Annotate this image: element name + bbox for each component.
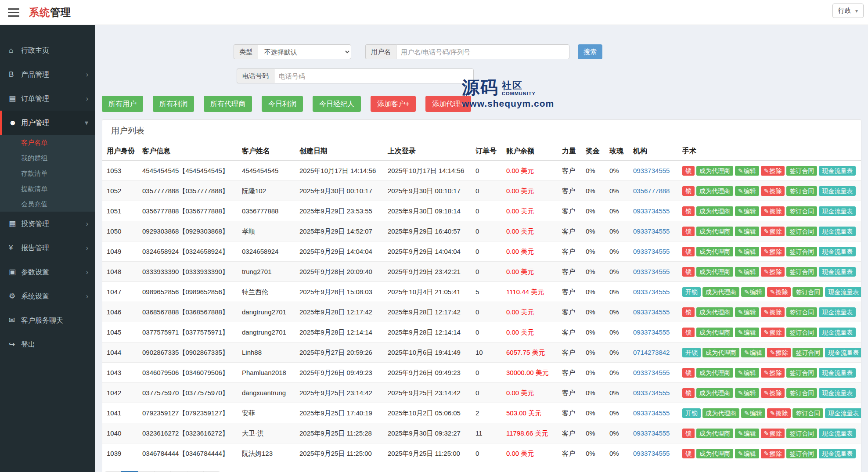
lock-button[interactable]: 锁 — [682, 267, 695, 277]
edit-button[interactable]: ✎编辑 — [735, 166, 759, 176]
phone-input[interactable] — [274, 68, 474, 83]
sidebar-item-system-settings[interactable]: ⚙系统设置› — [0, 284, 95, 308]
cash-flow-button[interactable]: 现金流量表 — [819, 449, 856, 458]
become-agent-button[interactable]: 成为代理商 — [696, 388, 733, 398]
cell-org-link[interactable]: 0933734555 — [629, 201, 678, 221]
all-profit-button[interactable]: 所有利润 — [153, 96, 194, 112]
cash-flow-button[interactable]: 现金流量表 — [819, 247, 856, 256]
become-agent-button[interactable]: 成为代理商 — [702, 348, 739, 357]
become-agent-button[interactable]: 成为代理商 — [702, 408, 739, 418]
sign-contract-button[interactable]: 签订合同 — [786, 429, 817, 438]
add-customer-button[interactable]: 添加客户+ — [371, 96, 416, 112]
erase-button[interactable]: ✎擦除 — [761, 267, 785, 277]
lock-button[interactable]: 锁 — [682, 388, 695, 398]
erase-button[interactable]: ✎擦除 — [761, 247, 785, 256]
sidebar-item-my-groups[interactable]: 我的群组 — [0, 150, 95, 166]
cash-flow-button[interactable]: 现金流量表 — [825, 408, 861, 418]
become-agent-button[interactable]: 成为代理商 — [696, 227, 733, 236]
sidebar-item-withdrawal-list[interactable]: 提款清单 — [0, 181, 95, 196]
edit-button[interactable]: ✎编辑 — [735, 368, 759, 378]
erase-button[interactable]: ✎擦除 — [761, 388, 785, 398]
sign-contract-button[interactable]: 签订合同 — [786, 328, 817, 337]
cell-org-link[interactable]: 0356777888 — [629, 181, 678, 201]
edit-button[interactable]: ✎编辑 — [735, 247, 759, 256]
cash-flow-button[interactable]: 现金流量表 — [825, 287, 861, 297]
cell-org-link[interactable]: 0933734555 — [629, 282, 678, 302]
lock-button[interactable]: 锁 — [682, 166, 695, 176]
sign-contract-button[interactable]: 签订合同 — [792, 348, 823, 357]
edit-button[interactable]: ✎编辑 — [735, 429, 759, 438]
sign-contract-button[interactable]: 签订合同 — [792, 408, 823, 418]
cell-org-link[interactable]: 0933734555 — [629, 423, 678, 443]
sign-contract-button[interactable]: 签订合同 — [786, 267, 817, 277]
become-agent-button[interactable]: 成为代理商 — [696, 166, 733, 176]
cell-org-link[interactable]: 0933734555 — [629, 383, 678, 403]
sidebar-item-order-management[interactable]: ▤订单管理› — [0, 86, 95, 111]
sidebar-item-product-management[interactable]: B产品管理› — [0, 62, 95, 86]
edit-button[interactable]: ✎编辑 — [741, 348, 765, 357]
all-users-button[interactable]: 所有用户 — [102, 96, 143, 112]
erase-button[interactable]: ✎擦除 — [761, 166, 785, 176]
hamburger-menu-icon[interactable] — [8, 8, 19, 17]
cash-flow-button[interactable]: 现金流量表 — [819, 429, 856, 438]
sidebar-item-report-management[interactable]: ¥报告管理› — [0, 236, 95, 260]
cash-flow-button[interactable]: 现金流量表 — [819, 186, 856, 196]
lock-button[interactable]: 锁 — [682, 449, 695, 458]
erase-button[interactable]: ✎擦除 — [761, 186, 785, 196]
edit-button[interactable]: ✎编辑 — [735, 388, 759, 398]
erase-button[interactable]: ✎擦除 — [761, 307, 785, 317]
sidebar-item-customer-service-chat[interactable]: ✉客户服务聊天 — [0, 308, 95, 332]
become-agent-button[interactable]: 成为代理商 — [696, 328, 733, 337]
sign-contract-button[interactable]: 签订合同 — [786, 247, 817, 256]
cell-org-link[interactable]: 0933734555 — [629, 403, 678, 423]
become-agent-button[interactable]: 成为代理商 — [696, 247, 733, 256]
sign-contract-button[interactable]: 签订合同 — [786, 166, 817, 176]
become-agent-button[interactable]: 成为代理商 — [702, 287, 739, 297]
lock-button[interactable]: 锁 — [682, 206, 695, 216]
lock-button[interactable]: 锁 — [682, 186, 695, 196]
cash-flow-button[interactable]: 现金流量表 — [819, 307, 856, 317]
lock-button[interactable]: 锁 — [682, 227, 695, 236]
edit-button[interactable]: ✎编辑 — [735, 307, 759, 317]
erase-button[interactable]: ✎擦除 — [767, 408, 791, 418]
cell-org-link[interactable]: 0933734555 — [629, 302, 678, 322]
edit-button[interactable]: ✎编辑 — [735, 267, 759, 277]
become-agent-button[interactable]: 成为代理商 — [696, 307, 733, 317]
become-agent-button[interactable]: 成为代理商 — [696, 267, 733, 277]
cell-org-link[interactable]: 0933734555 — [629, 262, 678, 282]
cash-flow-button[interactable]: 现金流量表 — [819, 267, 856, 277]
become-agent-button[interactable]: 成为代理商 — [696, 429, 733, 438]
all-agents-button[interactable]: 所有代理商 — [204, 96, 252, 112]
cell-org-link[interactable]: 0714273842 — [629, 342, 678, 363]
user-menu-dropdown[interactable]: 行政 ▾ — [832, 4, 864, 18]
search-button[interactable]: 搜索 — [578, 44, 602, 59]
sign-contract-button[interactable]: 签订合同 — [786, 449, 817, 458]
sign-contract-button[interactable]: 签订合同 — [786, 307, 817, 317]
cash-flow-button[interactable]: 现金流量表 — [819, 368, 856, 378]
sidebar-item-customer-list[interactable]: 客户名单 — [0, 135, 95, 150]
erase-button[interactable]: ✎擦除 — [761, 449, 785, 458]
cash-flow-button[interactable]: 现金流量表 — [819, 388, 856, 398]
type-select[interactable]: 不选择默认 — [258, 44, 351, 59]
sign-contract-button[interactable]: 签订合同 — [786, 186, 817, 196]
unlock-button[interactable]: 开锁 — [682, 408, 701, 418]
become-agent-button[interactable]: 成为代理商 — [696, 449, 733, 458]
today-profit-button[interactable]: 今日利润 — [262, 96, 303, 112]
sign-contract-button[interactable]: 签订合同 — [786, 206, 817, 216]
sidebar-item-user-management[interactable]: ☻用户管理▾ — [0, 111, 95, 135]
sign-contract-button[interactable]: 签订合同 — [792, 287, 823, 297]
sidebar-item-member-recharge[interactable]: 会员充值 — [0, 196, 95, 212]
sidebar-item-admin-home[interactable]: ⌂行政主页 — [0, 38, 95, 62]
cell-org-link[interactable]: 0933734555 — [629, 443, 678, 464]
erase-button[interactable]: ✎擦除 — [767, 348, 791, 357]
sidebar-item-logout[interactable]: ↪登出 — [0, 332, 95, 357]
sign-contract-button[interactable]: 签订合同 — [786, 388, 817, 398]
unlock-button[interactable]: 开锁 — [682, 348, 701, 357]
cell-org-link[interactable]: 0933734555 — [629, 161, 678, 181]
sidebar-item-parameter-settings[interactable]: ▣参数设置› — [0, 260, 95, 284]
cash-flow-button[interactable]: 现金流量表 — [819, 206, 856, 216]
edit-button[interactable]: ✎编辑 — [735, 449, 759, 458]
lock-button[interactable]: 锁 — [682, 247, 695, 256]
cell-org-link[interactable]: 0933734555 — [629, 322, 678, 342]
cash-flow-button[interactable]: 现金流量表 — [819, 166, 856, 176]
